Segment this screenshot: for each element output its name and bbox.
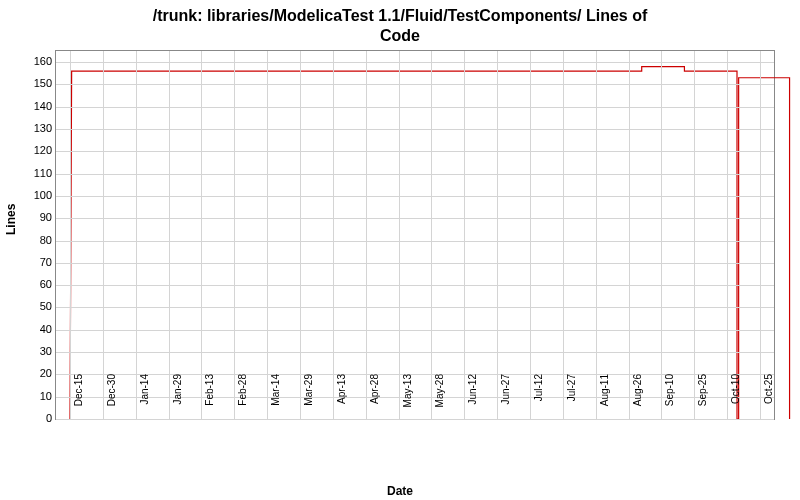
x-tick-label: 26-Aug — [632, 374, 643, 424]
gridline-h — [56, 151, 774, 152]
y-tick-label: 30 — [12, 345, 52, 357]
x-axis-label: Date — [0, 484, 800, 498]
gridline-h — [56, 352, 774, 353]
x-tick-label: 12-Jun — [467, 374, 478, 424]
y-tick-label: 90 — [12, 211, 52, 223]
gridline-v — [563, 51, 564, 419]
series-line — [70, 67, 790, 419]
x-tick-label: 14-Mar — [270, 374, 281, 424]
gridline-v — [136, 51, 137, 419]
y-tick-label: 70 — [12, 256, 52, 268]
x-tick-label: 30-Dec — [106, 374, 117, 424]
y-tick-label: 10 — [12, 390, 52, 402]
gridline-v — [431, 51, 432, 419]
x-tick-label: 13-Feb — [204, 374, 215, 424]
x-tick-label: 28-Apr — [369, 374, 380, 424]
y-tick-label: 50 — [12, 300, 52, 312]
x-tick-label: 10-Oct — [730, 374, 741, 424]
gridline-v — [497, 51, 498, 419]
y-tick-label: 160 — [12, 55, 52, 67]
y-tick-label: 110 — [12, 167, 52, 179]
gridline-h — [56, 307, 774, 308]
y-tick-label: 40 — [12, 323, 52, 335]
gridline-h — [56, 174, 774, 175]
chart-container: /trunk: libraries/ModelicaTest 1.1/Fluid… — [0, 0, 800, 500]
gridline-v — [399, 51, 400, 419]
y-tick-label: 140 — [12, 100, 52, 112]
plot-area — [55, 50, 775, 420]
gridline-v — [169, 51, 170, 419]
y-tick-label: 20 — [12, 367, 52, 379]
y-tick-label: 100 — [12, 189, 52, 201]
gridline-v — [530, 51, 531, 419]
x-tick-label: 11-Aug — [599, 374, 610, 424]
x-tick-label: 28-May — [434, 374, 445, 424]
gridline-h — [56, 241, 774, 242]
gridline-v — [727, 51, 728, 419]
gridline-h — [56, 330, 774, 331]
gridline-v — [267, 51, 268, 419]
gridline-h — [56, 285, 774, 286]
gridline-v — [464, 51, 465, 419]
x-tick-label: 27-Jul — [566, 374, 577, 424]
x-tick-label: 14-Jan — [139, 374, 150, 424]
x-tick-label: 13-May — [402, 374, 413, 424]
title-line-1: /trunk: libraries/ModelicaTest 1.1/Fluid… — [153, 7, 648, 24]
y-tick-label: 130 — [12, 122, 52, 134]
x-tick-label: 27-Jun — [500, 374, 511, 424]
x-tick-label: 29-Mar — [303, 374, 314, 424]
y-tick-label: 0 — [12, 412, 52, 424]
y-tick-label: 60 — [12, 278, 52, 290]
chart-title: /trunk: libraries/ModelicaTest 1.1/Fluid… — [0, 0, 800, 46]
gridline-h — [56, 107, 774, 108]
gridline-v — [629, 51, 630, 419]
x-tick-label: 10-Sep — [664, 374, 675, 424]
gridline-v — [70, 51, 71, 419]
gridline-v — [760, 51, 761, 419]
gridline-v — [201, 51, 202, 419]
x-tick-label: 29-Jan — [172, 374, 183, 424]
y-tick-label: 80 — [12, 234, 52, 246]
x-tick-label: 28-Feb — [237, 374, 248, 424]
gridline-v — [103, 51, 104, 419]
x-tick-label: 25-Oct — [763, 374, 774, 424]
gridline-h — [56, 62, 774, 63]
x-tick-label: 15-Dec — [73, 374, 84, 424]
gridline-h — [56, 129, 774, 130]
gridline-v — [661, 51, 662, 419]
gridline-v — [596, 51, 597, 419]
x-tick-label: 25-Sep — [697, 374, 708, 424]
gridline-v — [366, 51, 367, 419]
gridline-h — [56, 196, 774, 197]
gridline-v — [333, 51, 334, 419]
gridline-h — [56, 263, 774, 264]
y-tick-label: 120 — [12, 144, 52, 156]
gridline-h — [56, 84, 774, 85]
gridline-h — [56, 218, 774, 219]
x-tick-label: 12-Jul — [533, 374, 544, 424]
y-tick-label: 150 — [12, 77, 52, 89]
title-line-2: Code — [380, 27, 420, 44]
gridline-v — [234, 51, 235, 419]
gridline-v — [694, 51, 695, 419]
x-tick-label: 13-Apr — [336, 374, 347, 424]
gridline-v — [300, 51, 301, 419]
